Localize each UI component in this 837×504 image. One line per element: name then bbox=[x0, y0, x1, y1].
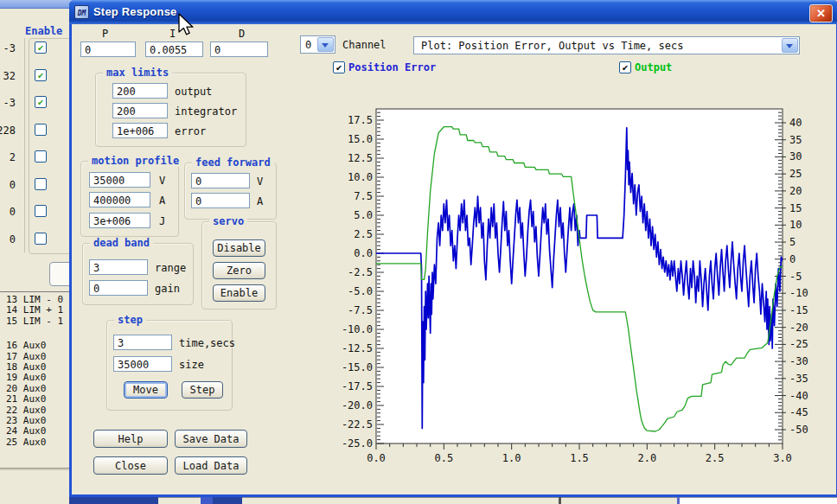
step-time-field[interactable]: 3 bbox=[113, 335, 172, 350]
dead-band-title: dead band bbox=[90, 237, 153, 249]
enable-row-value: 228 bbox=[0, 124, 16, 137]
max-integrator-field[interactable]: 200 bbox=[112, 103, 168, 118]
io-list-item: 20 Aux0 bbox=[6, 383, 46, 394]
svg-text:0.5: 0.5 bbox=[434, 452, 453, 464]
enable-row-checkbox[interactable]: ✔ bbox=[35, 96, 47, 108]
step-size-label: size bbox=[179, 359, 204, 371]
app-icon: DM bbox=[74, 5, 89, 19]
jerk-unit: J bbox=[159, 215, 165, 227]
max-limits-title: max limits bbox=[103, 67, 172, 79]
background-window-titlebar bbox=[0, 0, 73, 9]
svg-text:1.5: 1.5 bbox=[570, 452, 589, 464]
output-label: Output bbox=[635, 61, 672, 73]
ff-acceleration-field[interactable]: 0 bbox=[191, 193, 250, 208]
svg-text:-20: -20 bbox=[789, 322, 808, 334]
output-checkbox[interactable]: ✔ bbox=[619, 61, 631, 73]
io-list-item: 24 Aux0 bbox=[6, 425, 46, 437]
enable-button[interactable]: Enable bbox=[213, 284, 265, 302]
svg-text:25: 25 bbox=[789, 168, 802, 180]
occluded-window-fragment bbox=[561, 497, 677, 504]
svg-text:-45: -45 bbox=[789, 406, 808, 418]
svg-text:2.5: 2.5 bbox=[706, 452, 725, 464]
help-button[interactable]: Help bbox=[93, 430, 168, 448]
svg-text:-25.0: -25.0 bbox=[342, 437, 373, 450]
max-integrator-label: integrator bbox=[175, 105, 237, 118]
position-error-checkbox[interactable]: ✔ bbox=[333, 61, 345, 73]
io-list-item: 18 Aux0 bbox=[6, 361, 46, 373]
chevron-down-icon bbox=[322, 43, 329, 48]
step-button[interactable]: Step bbox=[182, 381, 223, 399]
enable-row-value: -3 bbox=[0, 97, 16, 109]
svg-text:1.0: 1.0 bbox=[502, 452, 521, 464]
enable-row-value: -3 bbox=[0, 42, 16, 54]
enable-row-checkbox[interactable] bbox=[35, 150, 47, 163]
max-error-field[interactable]: 1e+006 bbox=[112, 123, 168, 138]
svg-text:0: 0 bbox=[789, 253, 795, 265]
disable-button[interactable]: Disable bbox=[213, 239, 265, 257]
max-output-field[interactable]: 200 bbox=[112, 83, 168, 99]
io-list-item: 19 Aux0 bbox=[6, 372, 46, 383]
plot-dropdown-button[interactable] bbox=[782, 38, 798, 53]
svg-text:40: 40 bbox=[789, 117, 802, 129]
save-data-button[interactable]: Save Data bbox=[175, 430, 247, 448]
mouse-cursor bbox=[176, 12, 199, 38]
i-label: I bbox=[169, 28, 176, 40]
move-button[interactable]: Move bbox=[124, 381, 168, 399]
close-dialog-button[interactable]: Close bbox=[93, 456, 168, 475]
zero-button[interactable]: Zero bbox=[213, 262, 265, 279]
enable-row-checkbox[interactable]: ✔ bbox=[35, 41, 47, 54]
enable-row-checkbox[interactable] bbox=[35, 124, 47, 136]
velocity-unit: V bbox=[159, 175, 165, 187]
load-data-button[interactable]: Load Data bbox=[175, 456, 247, 475]
step-response-plot: -25.0-22.5-20.0-17.5-15.0-12.5-10.0-7.5-… bbox=[335, 102, 837, 469]
io-list-item: 15 LIM - 1 bbox=[6, 316, 63, 327]
plot-select-value: Plot: Position Error, Output vs Time, se… bbox=[421, 40, 683, 52]
background-window: Enable -3✔32✔-3✔2282000 13 LIM - 014 LIM… bbox=[0, 0, 73, 504]
enable-row-checkbox[interactable] bbox=[35, 233, 47, 245]
svg-text:-7.5: -7.5 bbox=[348, 304, 373, 316]
enable-row-checkbox[interactable] bbox=[35, 178, 47, 190]
range-field[interactable]: 3 bbox=[89, 259, 148, 275]
i-field[interactable]: 0.0055 bbox=[145, 41, 203, 57]
occluded-window-fragment bbox=[242, 497, 559, 504]
step-title: step bbox=[114, 314, 146, 326]
ff-acceleration-unit: A bbox=[257, 195, 263, 207]
gain-field[interactable]: 0 bbox=[89, 280, 148, 296]
close-icon: ✕ bbox=[816, 7, 826, 20]
ff-velocity-field[interactable]: 0 bbox=[191, 173, 250, 188]
svg-text:5.0: 5.0 bbox=[354, 209, 373, 221]
io-list-item: 13 LIM - 0 bbox=[6, 294, 63, 305]
acceleration-field[interactable]: 400000 bbox=[89, 192, 150, 207]
close-button[interactable]: ✕ bbox=[809, 4, 833, 22]
io-list-item: 21 Aux0 bbox=[6, 393, 46, 405]
enable-column-header: Enable bbox=[25, 25, 62, 37]
io-list-item: 17 Aux0 bbox=[6, 351, 46, 362]
d-field[interactable]: 0 bbox=[210, 41, 268, 57]
io-list-item: 14 LIM + 1 bbox=[6, 304, 63, 316]
p-field[interactable]: 0 bbox=[80, 41, 136, 57]
enable-row-checkbox[interactable] bbox=[35, 205, 47, 217]
channel-dropdown-button[interactable] bbox=[317, 37, 334, 52]
svg-text:-10.0: -10.0 bbox=[342, 323, 373, 335]
svg-text:-5: -5 bbox=[789, 271, 802, 283]
svg-text:35: 35 bbox=[789, 134, 802, 146]
svg-text:-22.5: -22.5 bbox=[342, 418, 373, 431]
svg-text:7.5: 7.5 bbox=[354, 190, 373, 202]
velocity-field[interactable]: 35000 bbox=[89, 172, 150, 188]
io-list-item: 25 Aux0 bbox=[6, 437, 46, 448]
svg-text:-10: -10 bbox=[789, 287, 808, 299]
step-size-field[interactable]: 35000 bbox=[113, 356, 172, 372]
feed-forward-title: feed forward bbox=[192, 156, 274, 169]
svg-text:15.0: 15.0 bbox=[348, 133, 373, 145]
svg-text:-17.5: -17.5 bbox=[342, 380, 373, 392]
plot-select[interactable]: Plot: Position Error, Output vs Time, se… bbox=[413, 36, 800, 54]
chevron-down-icon bbox=[786, 44, 793, 48]
enable-row-checkbox[interactable]: ✔ bbox=[35, 69, 47, 81]
jerk-field[interactable]: 3e+006 bbox=[89, 213, 150, 228]
occluded-window-fragment bbox=[69, 497, 158, 504]
svg-text:-15: -15 bbox=[789, 304, 808, 316]
svg-text:-25: -25 bbox=[789, 338, 808, 350]
channel-select[interactable]: 0 bbox=[300, 35, 335, 54]
acceleration-unit: A bbox=[159, 195, 165, 207]
svg-text:17.5: 17.5 bbox=[348, 114, 373, 126]
